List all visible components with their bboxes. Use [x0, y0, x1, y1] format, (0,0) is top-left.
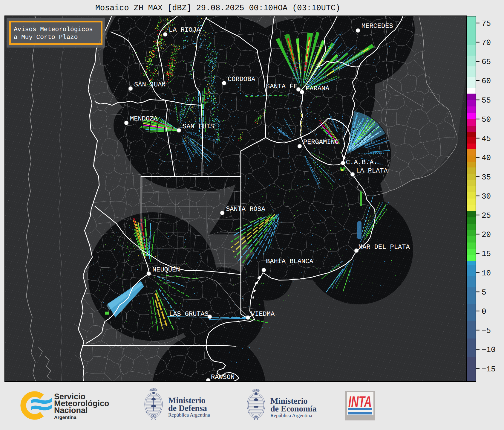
svg-text:SAN JUAN: SAN JUAN: [134, 81, 166, 89]
svg-text:VIEDMA: VIEDMA: [251, 310, 275, 318]
svg-text:65: 65: [482, 57, 491, 66]
svg-text:5: 5: [482, 288, 486, 297]
svg-text:INTA: INTA: [348, 393, 372, 410]
svg-text:55: 55: [482, 96, 491, 105]
svg-text:PERGAMINO: PERGAMINO: [303, 138, 339, 146]
svg-text:0: 0: [482, 307, 486, 316]
svg-text:40: 40: [482, 153, 491, 162]
svg-text:LAS GRUTAS: LAS GRUTAS: [169, 310, 209, 318]
svg-text:25: 25: [482, 211, 491, 220]
svg-text:SANTA FE: SANTA FE: [266, 83, 298, 90]
svg-text:30: 30: [482, 192, 491, 201]
svg-text:60: 60: [482, 77, 491, 86]
svg-text:C.A.B.A.: C.A.B.A.: [346, 159, 378, 166]
svg-text:RAWSON: RAWSON: [211, 373, 235, 381]
svg-text:MENDOZA: MENDOZA: [130, 115, 158, 123]
svg-text:70: 70: [482, 38, 491, 47]
svg-text:35: 35: [482, 173, 491, 182]
svg-text:de Defensa: de Defensa: [168, 404, 207, 413]
svg-text:de Economía: de Economía: [270, 404, 317, 414]
svg-text:NEUQUÉN: NEUQUÉN: [152, 266, 180, 274]
svg-text:a Muy Corto Plazo: a Muy Corto Plazo: [14, 34, 78, 41]
svg-text:20: 20: [482, 230, 491, 239]
svg-text:45: 45: [482, 134, 491, 143]
svg-text:Mosaico ZH MAX [dBZ] 29.08.202: Mosaico ZH MAX [dBZ] 29.08.2025 00:10HOA…: [95, 4, 340, 13]
svg-text:Avisos Meteorológicos: Avisos Meteorológicos: [14, 26, 93, 33]
svg-text:−5: −5: [482, 326, 491, 335]
svg-text:SANTA ROSA: SANTA ROSA: [226, 205, 266, 213]
svg-text:LA PLATA: LA PLATA: [356, 167, 388, 175]
svg-text:PARANÁ: PARANÁ: [306, 85, 330, 92]
svg-text:BAHÍA BLANCA: BAHÍA BLANCA: [266, 257, 313, 265]
svg-text:República Argentina: República Argentina: [168, 412, 210, 418]
svg-text:MERCEDES: MERCEDES: [361, 22, 393, 30]
svg-text:−15: −15: [482, 365, 496, 374]
svg-text:50: 50: [482, 115, 491, 124]
svg-text:10: 10: [482, 269, 491, 278]
svg-text:15: 15: [482, 249, 491, 258]
svg-text:CÓRDOBA: CÓRDOBA: [228, 75, 255, 83]
svg-text:Argentina: Argentina: [54, 415, 76, 420]
svg-text:MAR DEL PLATA: MAR DEL PLATA: [359, 243, 410, 251]
svg-text:75: 75: [482, 19, 491, 28]
svg-text:República Argentina: República Argentina: [270, 413, 312, 418]
svg-text:Nacional: Nacional: [54, 406, 88, 415]
svg-text:LA RIOJA: LA RIOJA: [169, 26, 200, 34]
svg-text:−10: −10: [482, 345, 496, 354]
svg-text:SAN LUIS: SAN LUIS: [183, 123, 214, 130]
